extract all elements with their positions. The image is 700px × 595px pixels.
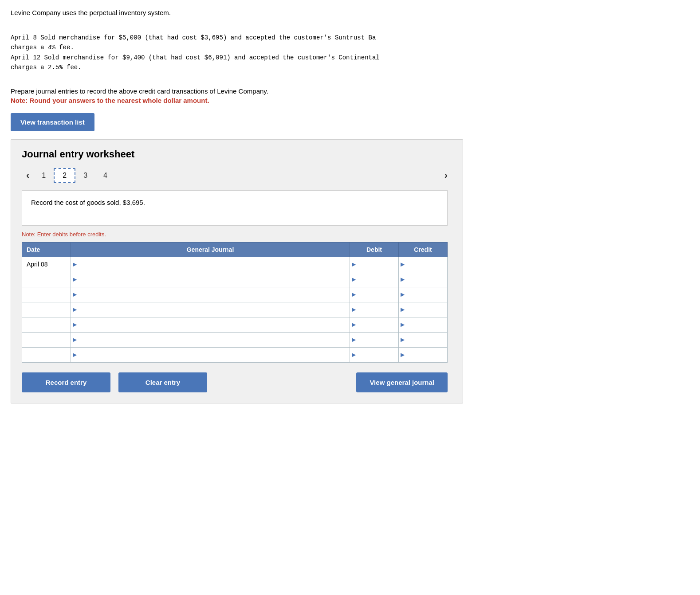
problem-line-1: April 8 Sold merchandise for $5,000 (tha… <box>11 33 689 43</box>
problem-line-3: April 12 Sold merchandise for $9,400 (th… <box>11 53 689 63</box>
gj-cell-2[interactable]: ▶ <box>71 287 350 302</box>
tab-2[interactable]: 2 <box>54 168 75 183</box>
note-round: Note: Round your answers to the nearest … <box>11 97 689 104</box>
note-debit-credits: Note: Enter debits before credits. <box>22 231 452 238</box>
view-transaction-button[interactable]: View transaction list <box>11 113 94 131</box>
record-entry-button[interactable]: Record entry <box>22 372 110 392</box>
credit-input-4[interactable] <box>399 317 447 332</box>
date-cell-0: April 08 <box>22 257 71 272</box>
debit-input-3[interactable] <box>350 302 398 317</box>
debit-cell-3[interactable]: ▶ <box>350 302 399 317</box>
col-header-date: Date <box>22 242 71 257</box>
date-cell-3 <box>22 302 71 317</box>
col-header-credit: Credit <box>399 242 448 257</box>
credit-cell-2[interactable]: ▶ <box>399 287 448 302</box>
credit-cell-0[interactable]: ▶ <box>399 257 448 272</box>
gj-input-3[interactable] <box>71 302 350 317</box>
credit-input-5[interactable] <box>399 333 447 347</box>
worksheet-container: Journal entry worksheet ‹ 1 2 3 4 › Reco… <box>11 139 463 403</box>
date-cell-1 <box>22 272 71 287</box>
gj-input-2[interactable] <box>71 287 350 302</box>
gj-cell-4[interactable]: ▶ <box>71 317 350 332</box>
date-cell-4 <box>22 317 71 332</box>
tab-row: ‹ 1 2 3 4 › <box>22 168 452 183</box>
debit-input-6[interactable] <box>350 348 398 362</box>
tab-1[interactable]: 1 <box>34 169 54 182</box>
gj-input-6[interactable] <box>71 348 350 362</box>
next-tab-button[interactable]: › <box>440 168 452 183</box>
tab-4[interactable]: 4 <box>95 169 115 182</box>
credit-input-2[interactable] <box>399 287 447 302</box>
instruction-box: Record the cost of goods sold, $3,695. <box>22 190 448 226</box>
debit-cell-0[interactable]: ▶ <box>350 257 399 272</box>
problem-line-2: charges a 4% fee. <box>11 43 689 52</box>
bottom-buttons: Record entry Clear entry View general jo… <box>22 372 448 392</box>
gj-input-4[interactable] <box>71 317 350 332</box>
credit-input-0[interactable] <box>399 257 447 272</box>
credit-cell-1[interactable]: ▶ <box>399 272 448 287</box>
credit-cell-4[interactable]: ▶ <box>399 317 448 332</box>
debit-cell-2[interactable]: ▶ <box>350 287 399 302</box>
gj-input-0[interactable] <box>71 257 350 272</box>
intro-text: Levine Company uses the perpetual invent… <box>11 9 689 16</box>
debit-input-5[interactable] <box>350 333 398 347</box>
credit-cell-5[interactable]: ▶ <box>399 332 448 347</box>
debit-cell-6[interactable]: ▶ <box>350 347 399 362</box>
prev-tab-button[interactable]: ‹ <box>22 168 34 183</box>
debit-input-1[interactable] <box>350 272 398 287</box>
credit-input-3[interactable] <box>399 302 447 317</box>
journal-table: Date General Journal Debit Credit April … <box>22 242 448 363</box>
debit-input-2[interactable] <box>350 287 398 302</box>
date-cell-6 <box>22 347 71 362</box>
col-header-gj: General Journal <box>71 242 350 257</box>
prepare-text: Prepare journal entries to record the ab… <box>11 87 689 95</box>
credit-input-1[interactable] <box>399 272 447 287</box>
worksheet-title: Journal entry worksheet <box>22 149 452 160</box>
col-header-debit: Debit <box>350 242 399 257</box>
gj-cell-1[interactable]: ▶ <box>71 272 350 287</box>
problem-block: April 8 Sold merchandise for $5,000 (tha… <box>11 33 689 73</box>
problem-line-4: charges a 2.5% fee. <box>11 63 689 72</box>
gj-input-5[interactable] <box>71 333 350 347</box>
gj-input-1[interactable] <box>71 272 350 287</box>
date-cell-2 <box>22 287 71 302</box>
clear-entry-button[interactable]: Clear entry <box>118 372 207 392</box>
instruction-text: Record the cost of goods sold, $3,695. <box>31 199 145 206</box>
date-cell-5 <box>22 332 71 347</box>
debit-cell-5[interactable]: ▶ <box>350 332 399 347</box>
gj-cell-6[interactable]: ▶ <box>71 347 350 362</box>
debit-cell-4[interactable]: ▶ <box>350 317 399 332</box>
gj-cell-3[interactable]: ▶ <box>71 302 350 317</box>
debit-cell-1[interactable]: ▶ <box>350 272 399 287</box>
gj-cell-0[interactable]: ▶ <box>71 257 350 272</box>
credit-cell-3[interactable]: ▶ <box>399 302 448 317</box>
gj-cell-5[interactable]: ▶ <box>71 332 350 347</box>
tab-3[interactable]: 3 <box>75 169 95 182</box>
view-general-journal-button[interactable]: View general journal <box>356 372 448 392</box>
credit-input-6[interactable] <box>399 348 447 362</box>
debit-input-4[interactable] <box>350 317 398 332</box>
credit-cell-6[interactable]: ▶ <box>399 347 448 362</box>
debit-input-0[interactable] <box>350 257 398 272</box>
